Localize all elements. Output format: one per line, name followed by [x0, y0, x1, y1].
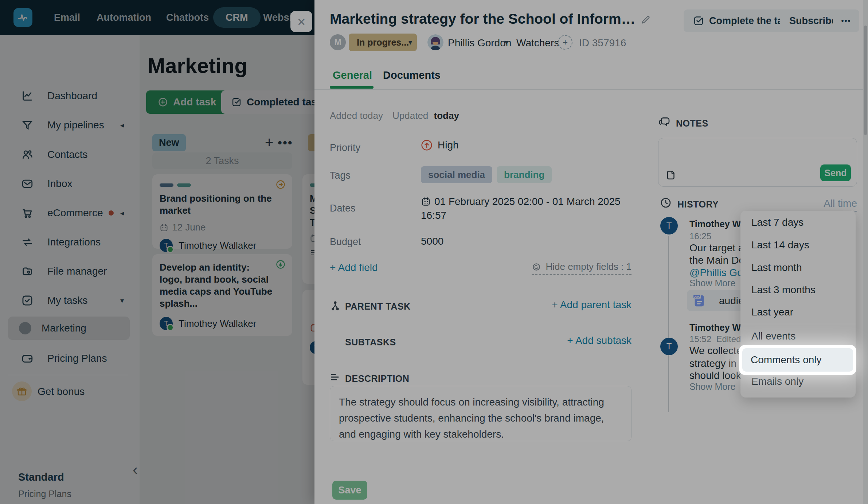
comments-only-row[interactable]: Comments only	[742, 348, 853, 372]
comments-only-label: Comments only	[751, 354, 822, 366]
dropdown-item-comments-only-spotlight[interactable]: Comments only	[739, 345, 856, 375]
spotlight-dim-overlay	[0, 0, 868, 504]
app-screen: Email Automation Chatbots CRM Websites D…	[0, 0, 868, 504]
